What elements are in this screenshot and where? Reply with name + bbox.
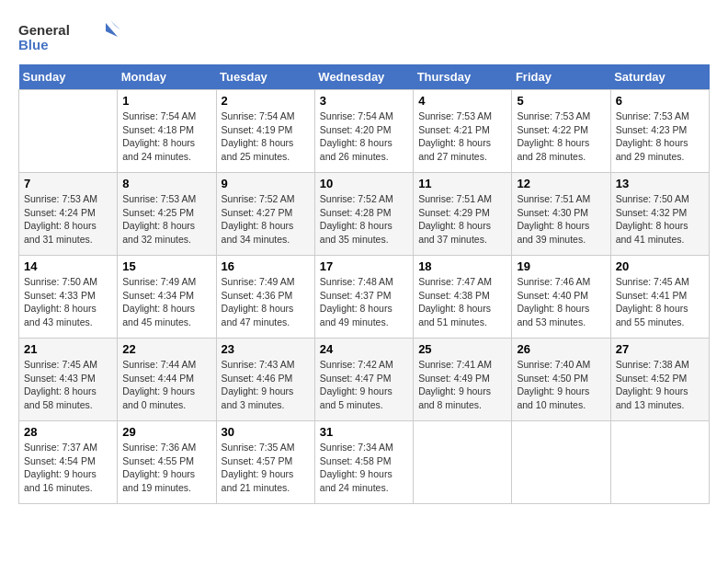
header-row: SundayMondayTuesdayWednesdayThursdayFrid…	[19, 64, 710, 90]
day-number: 3	[320, 94, 408, 108]
day-cell: 27Sunrise: 7:38 AMSunset: 4:52 PMDayligh…	[610, 339, 709, 421]
day-cell: 23Sunrise: 7:43 AMSunset: 4:46 PMDayligh…	[216, 339, 314, 421]
day-number: 11	[418, 177, 506, 190]
day-number: 4	[418, 94, 506, 108]
day-info: Sunrise: 7:49 AMSunset: 4:34 PMDaylight:…	[122, 275, 210, 329]
day-info: Sunrise: 7:41 AMSunset: 4:49 PMDaylight:…	[418, 358, 506, 412]
day-cell: 21Sunrise: 7:45 AMSunset: 4:43 PMDayligh…	[19, 339, 118, 421]
day-cell: 31Sunrise: 7:34 AMSunset: 4:58 PMDayligh…	[314, 421, 413, 504]
day-cell: 12Sunrise: 7:51 AMSunset: 4:30 PMDayligh…	[512, 173, 610, 256]
svg-marker-2	[106, 23, 118, 37]
day-info: Sunrise: 7:54 AMSunset: 4:19 PMDaylight:…	[222, 109, 310, 164]
day-info: Sunrise: 7:45 AMSunset: 4:43 PMDaylight:…	[24, 358, 112, 412]
day-cell: 14Sunrise: 7:50 AMSunset: 4:33 PMDayligh…	[19, 256, 118, 339]
day-info: Sunrise: 7:53 AMSunset: 4:24 PMDaylight:…	[24, 192, 112, 247]
calendar-table: SundayMondayTuesdayWednesdayThursdayFrid…	[18, 64, 710, 504]
day-cell: 9Sunrise: 7:52 AMSunset: 4:27 PMDaylight…	[216, 173, 314, 256]
day-cell: 5Sunrise: 7:53 AMSunset: 4:22 PMDaylight…	[512, 90, 610, 173]
day-info: Sunrise: 7:49 AMSunset: 4:36 PMDaylight:…	[222, 275, 310, 329]
day-cell	[414, 421, 512, 504]
day-number: 30	[222, 425, 310, 439]
day-cell: 25Sunrise: 7:41 AMSunset: 4:49 PMDayligh…	[414, 339, 512, 421]
day-info: Sunrise: 7:37 AMSunset: 4:54 PMDaylight:…	[24, 441, 112, 495]
day-cell: 3Sunrise: 7:54 AMSunset: 4:20 PMDaylight…	[314, 90, 413, 173]
day-info: Sunrise: 7:34 AMSunset: 4:58 PMDaylight:…	[320, 441, 408, 495]
col-header-sunday: Sunday	[19, 64, 118, 90]
svg-text:Blue: Blue	[18, 37, 49, 52]
svg-text:General: General	[18, 22, 70, 38]
week-row-2: 7Sunrise: 7:53 AMSunset: 4:24 PMDaylight…	[19, 173, 710, 256]
day-number: 10	[320, 177, 408, 190]
col-header-monday: Monday	[118, 64, 216, 90]
day-cell: 8Sunrise: 7:53 AMSunset: 4:25 PMDaylight…	[118, 173, 216, 256]
day-info: Sunrise: 7:46 AMSunset: 4:40 PMDaylight:…	[517, 275, 605, 329]
day-cell: 6Sunrise: 7:53 AMSunset: 4:23 PMDaylight…	[610, 90, 709, 173]
logo-svg: General Blue	[18, 18, 119, 55]
day-info: Sunrise: 7:50 AMSunset: 4:33 PMDaylight:…	[24, 275, 112, 329]
day-cell: 26Sunrise: 7:40 AMSunset: 4:50 PMDayligh…	[512, 339, 610, 421]
day-cell: 7Sunrise: 7:53 AMSunset: 4:24 PMDaylight…	[19, 173, 118, 256]
day-info: Sunrise: 7:53 AMSunset: 4:21 PMDaylight:…	[418, 109, 506, 164]
day-cell	[512, 421, 610, 504]
day-info: Sunrise: 7:45 AMSunset: 4:41 PMDaylight:…	[616, 275, 704, 329]
day-number: 17	[320, 259, 408, 273]
day-number: 23	[222, 342, 310, 356]
day-number: 31	[320, 425, 408, 439]
day-info: Sunrise: 7:51 AMSunset: 4:30 PMDaylight:…	[517, 192, 605, 247]
day-info: Sunrise: 7:38 AMSunset: 4:52 PMDaylight:…	[616, 358, 704, 412]
day-info: Sunrise: 7:42 AMSunset: 4:47 PMDaylight:…	[320, 358, 408, 412]
day-number: 26	[517, 342, 605, 356]
day-cell: 18Sunrise: 7:47 AMSunset: 4:38 PMDayligh…	[414, 256, 512, 339]
svg-marker-3	[110, 20, 119, 31]
day-cell	[610, 421, 709, 504]
day-cell: 29Sunrise: 7:36 AMSunset: 4:55 PMDayligh…	[118, 421, 216, 504]
logo: General Blue	[18, 18, 119, 55]
day-number: 7	[24, 177, 112, 190]
day-number: 27	[616, 342, 704, 356]
week-row-3: 14Sunrise: 7:50 AMSunset: 4:33 PMDayligh…	[19, 256, 710, 339]
day-number: 20	[616, 259, 704, 273]
day-cell: 22Sunrise: 7:44 AMSunset: 4:44 PMDayligh…	[118, 339, 216, 421]
day-cell: 24Sunrise: 7:42 AMSunset: 4:47 PMDayligh…	[314, 339, 413, 421]
day-info: Sunrise: 7:53 AMSunset: 4:25 PMDaylight:…	[122, 192, 210, 247]
day-number: 15	[122, 259, 210, 273]
day-number: 18	[418, 259, 506, 273]
day-number: 5	[517, 94, 605, 108]
week-row-4: 21Sunrise: 7:45 AMSunset: 4:43 PMDayligh…	[19, 339, 710, 421]
day-info: Sunrise: 7:40 AMSunset: 4:50 PMDaylight:…	[517, 358, 605, 412]
day-cell: 15Sunrise: 7:49 AMSunset: 4:34 PMDayligh…	[118, 256, 216, 339]
day-info: Sunrise: 7:53 AMSunset: 4:23 PMDaylight:…	[616, 109, 704, 164]
day-cell: 13Sunrise: 7:50 AMSunset: 4:32 PMDayligh…	[610, 173, 709, 256]
col-header-friday: Friday	[512, 64, 610, 90]
day-number: 1	[122, 94, 210, 108]
day-cell: 17Sunrise: 7:48 AMSunset: 4:37 PMDayligh…	[314, 256, 413, 339]
day-info: Sunrise: 7:48 AMSunset: 4:37 PMDaylight:…	[320, 275, 408, 329]
day-info: Sunrise: 7:43 AMSunset: 4:46 PMDaylight:…	[222, 358, 310, 412]
day-number: 28	[24, 425, 112, 439]
day-number: 13	[616, 177, 704, 190]
week-row-5: 28Sunrise: 7:37 AMSunset: 4:54 PMDayligh…	[19, 421, 710, 504]
day-number: 21	[24, 342, 112, 356]
day-info: Sunrise: 7:36 AMSunset: 4:55 PMDaylight:…	[122, 441, 210, 495]
day-info: Sunrise: 7:52 AMSunset: 4:27 PMDaylight:…	[222, 192, 310, 247]
day-info: Sunrise: 7:51 AMSunset: 4:29 PMDaylight:…	[418, 192, 506, 247]
day-cell: 2Sunrise: 7:54 AMSunset: 4:19 PMDaylight…	[216, 90, 314, 173]
day-number: 22	[122, 342, 210, 356]
day-cell: 4Sunrise: 7:53 AMSunset: 4:21 PMDaylight…	[414, 90, 512, 173]
day-cell: 28Sunrise: 7:37 AMSunset: 4:54 PMDayligh…	[19, 421, 118, 504]
day-info: Sunrise: 7:54 AMSunset: 4:18 PMDaylight:…	[122, 109, 210, 164]
day-cell: 1Sunrise: 7:54 AMSunset: 4:18 PMDaylight…	[118, 90, 216, 173]
day-number: 12	[517, 177, 605, 190]
day-info: Sunrise: 7:50 AMSunset: 4:32 PMDaylight:…	[616, 192, 704, 247]
day-cell: 19Sunrise: 7:46 AMSunset: 4:40 PMDayligh…	[512, 256, 610, 339]
day-cell: 20Sunrise: 7:45 AMSunset: 4:41 PMDayligh…	[610, 256, 709, 339]
col-header-wednesday: Wednesday	[314, 64, 413, 90]
page-header: General Blue	[18, 18, 710, 55]
week-row-1: 1Sunrise: 7:54 AMSunset: 4:18 PMDaylight…	[19, 90, 710, 173]
col-header-saturday: Saturday	[610, 64, 709, 90]
day-number: 14	[24, 259, 112, 273]
day-info: Sunrise: 7:44 AMSunset: 4:44 PMDaylight:…	[122, 358, 210, 412]
day-info: Sunrise: 7:35 AMSunset: 4:57 PMDaylight:…	[222, 441, 310, 495]
day-cell	[19, 90, 118, 173]
day-number: 24	[320, 342, 408, 356]
